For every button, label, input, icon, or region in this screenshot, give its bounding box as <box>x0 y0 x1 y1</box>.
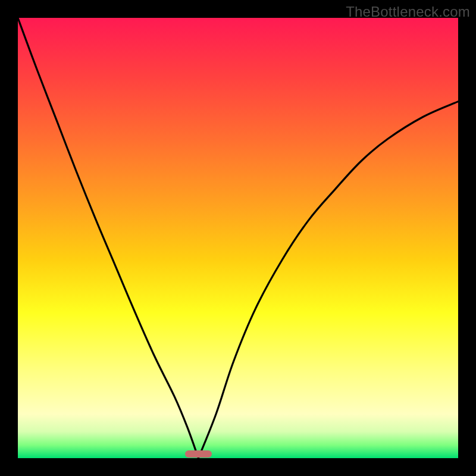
right-branch-curve <box>198 102 458 458</box>
left-branch-curve <box>18 18 198 458</box>
curve-layer <box>18 18 458 458</box>
plot-area <box>18 18 458 458</box>
chart-frame: TheBottleneck.com <box>0 0 476 476</box>
min-marker <box>185 450 211 458</box>
